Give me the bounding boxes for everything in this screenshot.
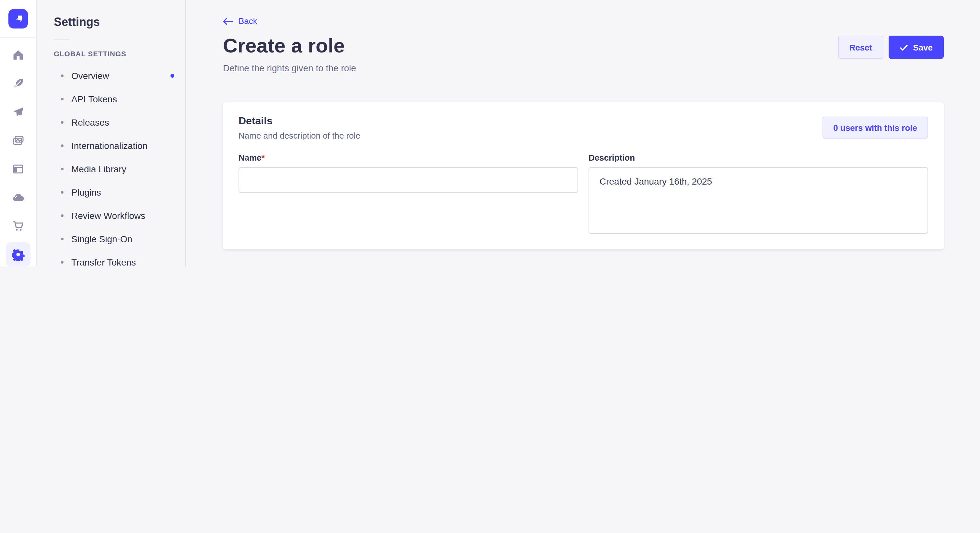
marketplace-nav-button[interactable] <box>6 214 30 238</box>
description-label: Description <box>589 153 928 163</box>
page-subtitle: Define the rights given to the role <box>223 63 356 73</box>
details-card: Details Name and description of the role… <box>223 102 944 249</box>
nav-icons <box>6 43 30 266</box>
name-label: Name* <box>239 153 578 163</box>
sidebar-item-releases[interactable]: Releases <box>38 111 185 134</box>
releases-nav-button[interactable] <box>6 100 30 124</box>
strapi-logo[interactable] <box>8 9 28 29</box>
cart-icon <box>12 219 25 233</box>
sidebar-section-global-settings: GLOBAL SETTINGS Overview API Tokens Rele… <box>38 50 185 266</box>
bullet <box>61 261 64 263</box>
bullet <box>61 98 64 100</box>
back-arrow-icon <box>223 17 233 25</box>
users-with-role-button[interactable]: 0 users with this role <box>822 117 928 139</box>
bullet <box>61 144 64 147</box>
settings-sidebar-title: Settings <box>54 16 185 29</box>
check-icon <box>899 44 908 51</box>
bullet <box>61 214 64 217</box>
cloud-icon <box>12 191 25 204</box>
main-nav-sidebar: KD <box>0 0 37 266</box>
sidebar-item-plugins[interactable]: Plugins <box>38 181 185 204</box>
sidebar-item-media-library[interactable]: Media Library <box>38 157 185 181</box>
media-library-nav-button[interactable] <box>6 128 30 153</box>
layout-icon <box>12 163 25 176</box>
strapi-logo-mark <box>11 12 25 26</box>
settings-nav-button[interactable] <box>6 242 30 266</box>
settings-sidebar: Settings GLOBAL SETTINGS Overview API To… <box>38 0 186 266</box>
paper-plane-icon <box>12 106 25 119</box>
details-fields: Name* Description Created January 16th, … <box>239 153 928 236</box>
header-actions: Reset Save <box>838 36 944 59</box>
content-manager-nav-button[interactable] <box>6 71 30 96</box>
name-input[interactable] <box>239 167 578 193</box>
bullet <box>61 191 64 194</box>
gear-icon <box>12 248 25 261</box>
description-field-group: Description Created January 16th, 2025 <box>589 153 928 236</box>
back-link[interactable]: Back <box>223 16 257 26</box>
images-icon <box>12 134 25 147</box>
page-title: Create a role <box>223 34 356 58</box>
home-icon <box>12 49 25 62</box>
home-nav-button[interactable] <box>6 43 30 67</box>
name-field-group: Name* <box>239 153 578 236</box>
notification-dot <box>170 74 174 78</box>
sidebar-item-review-workflows[interactable]: Review Workflows <box>38 204 185 227</box>
sidebar-item-single-sign-on[interactable]: Single Sign-On <box>38 227 185 251</box>
divider <box>54 39 69 40</box>
description-textarea[interactable]: Created January 16th, 2025 <box>589 167 928 234</box>
main-content: Back Create a role Define the rights giv… <box>187 0 980 266</box>
bullet <box>61 121 64 124</box>
sidebar-item-internationalization[interactable]: Internationalization <box>38 134 185 157</box>
bullet <box>61 168 64 170</box>
reset-button[interactable]: Reset <box>838 36 883 59</box>
sidebar-item-api-tokens[interactable]: API Tokens <box>38 87 185 111</box>
content-type-builder-nav-button[interactable] <box>6 157 30 181</box>
sidebar-item-overview[interactable]: Overview <box>38 64 185 87</box>
bullet <box>61 238 64 240</box>
section-label: GLOBAL SETTINGS <box>54 50 170 58</box>
deploy-nav-button[interactable] <box>6 185 30 210</box>
required-asterisk: * <box>261 153 265 163</box>
strapi-admin-app: KD Settings GLOBAL SETTINGS Overview API… <box>0 0 980 266</box>
sidebar-item-transfer-tokens[interactable]: Transfer Tokens <box>38 251 185 266</box>
page-header: Create a role Define the rights given to… <box>223 34 944 73</box>
divider <box>0 37 37 38</box>
bullet <box>61 75 64 77</box>
feather-icon <box>12 77 25 90</box>
save-button[interactable]: Save <box>888 36 944 59</box>
